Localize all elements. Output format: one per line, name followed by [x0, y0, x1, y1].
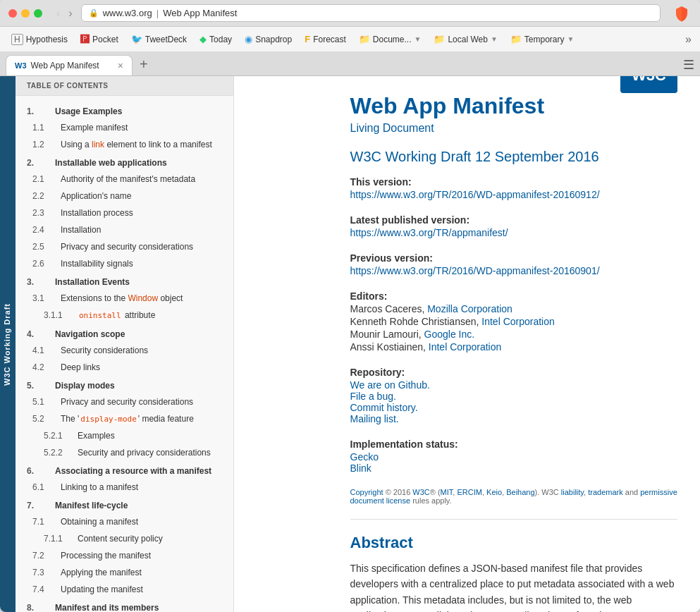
mit-link[interactable]: MIT — [441, 488, 453, 496]
keio-link[interactable]: Keio — [486, 488, 502, 496]
docume-chevron-icon[interactable]: ▼ — [415, 35, 422, 43]
toc-item-2-1[interactable]: 2.1 Authority of the manifest's metadata — [16, 171, 233, 188]
toc-num: 3.1.1 — [44, 309, 72, 322]
toc-label: Installation Events — [55, 276, 130, 288]
trademark-link[interactable]: trademark — [588, 488, 623, 496]
new-tab-button[interactable]: + — [135, 55, 152, 74]
toc-label: Deep links — [61, 361, 100, 374]
toc-item-4-2[interactable]: 4.2 Deep links — [16, 359, 233, 376]
toc-section-3[interactable]: 3. Installation Events — [16, 272, 233, 290]
bookmark-hypothesis-label: Hypothesis — [26, 35, 68, 44]
temporary-chevron-icon[interactable]: ▼ — [567, 35, 574, 43]
toc-item-5-2-1[interactable]: 5.2.1 Examples — [16, 427, 233, 444]
toc-item-2-3[interactable]: 2.3 Installation process — [16, 204, 233, 221]
toc-item-2-5[interactable]: 2.5 Privacy and security considerations — [16, 238, 233, 255]
toc-num: 7.3 — [32, 566, 55, 579]
beihang-link[interactable]: Beihang — [506, 488, 534, 496]
latest-version-link[interactable]: https://www.w3.org/TR/appmanifest/ — [350, 227, 678, 238]
toc-section-6[interactable]: 6. Associating a resource with a manifes… — [16, 461, 233, 479]
bookmark-docume[interactable]: 📁 Docume... ▼ — [353, 31, 427, 47]
toc-item-4-1[interactable]: 4.1 Security considerations — [16, 342, 233, 359]
toc-num: 8. — [27, 601, 49, 612]
toc-item-3-1[interactable]: 3.1 Extensions to the Window object — [16, 290, 233, 307]
toc-section-5[interactable]: 5. Display modes — [16, 376, 233, 393]
intel-link-2[interactable]: Intel Corporation — [429, 341, 502, 353]
editor-1: Marcos Caceres, Mozilla Corporation — [350, 303, 678, 314]
bookmark-pocket[interactable]: 🅿 Pocket — [75, 31, 124, 47]
back-button[interactable]: ‹ — [54, 6, 63, 21]
liability-link[interactable]: liability — [561, 488, 584, 496]
bookmark-forecast[interactable]: F Forecast — [299, 31, 352, 47]
editor-2: Kenneth Rohde Christiansen, Intel Corpor… — [350, 316, 678, 327]
toc-item-6-1[interactable]: 6.1 Linking to a manifest — [16, 479, 233, 496]
docume-icon: 📁 — [359, 34, 370, 44]
bookmark-tweetdeck[interactable]: 🐦 TweetDeck — [125, 31, 192, 47]
tab-close-button[interactable]: × — [118, 60, 123, 71]
mailing-list-link[interactable]: Mailing list. — [350, 413, 678, 424]
toc-item-3-1-1[interactable]: 3.1.1 oninstall attribute — [16, 307, 233, 324]
toc-section-1[interactable]: 1. Usage Examples — [16, 102, 233, 119]
toc-section-4[interactable]: 4. Navigation scope — [16, 324, 233, 342]
toc-item-1-1[interactable]: 1.1 Example manifest — [16, 119, 233, 136]
ercim-link[interactable]: ERCIM — [457, 488, 481, 496]
toc-item-2-4[interactable]: 2.4 Installation — [16, 221, 233, 238]
title-bar: ‹ › 🔒 www.w3.org | Web App Manifest — [0, 0, 700, 27]
localweb-chevron-icon[interactable]: ▼ — [491, 35, 498, 43]
toc-item-7-1[interactable]: 7.1 Obtaining a manifest — [16, 513, 233, 530]
table-of-contents: TABLE OF CONTENTS 1. Usage Examples 1.1 … — [16, 76, 234, 612]
bookmark-temporary[interactable]: 📁 Temporary ▼ — [505, 31, 580, 47]
browser-menu-button[interactable]: ☰ — [683, 57, 694, 73]
toc-section-7[interactable]: 7. Manifest life-cycle — [16, 496, 233, 513]
commit-history-link[interactable]: Commit history. — [350, 402, 678, 413]
browser-logo — [672, 4, 692, 23]
toc-item-7-2[interactable]: 7.2 Processing the manifest — [16, 547, 233, 564]
minimize-button[interactable] — [21, 9, 30, 18]
toc-item-7-3[interactable]: 7.3 Applying the manifest — [16, 564, 233, 581]
sidebar-container: W3C Working Draft TABLE OF CONTENTS 1. U… — [0, 76, 328, 612]
file-bug-link[interactable]: File a bug. — [350, 391, 678, 402]
toc-num: 4.1 — [32, 344, 55, 357]
previous-version-link[interactable]: https://www.w3.org/TR/2016/WD-appmanifes… — [350, 265, 678, 276]
toc-item-1-2[interactable]: 1.2 Using a link element to link to a ma… — [16, 136, 233, 153]
toc-item-7-1-1[interactable]: 7.1.1 Content security policy — [16, 530, 233, 547]
gecko-link[interactable]: Gecko — [350, 451, 678, 463]
this-version-link[interactable]: https://www.w3.org/TR/2016/WD-appmanifes… — [350, 189, 678, 200]
w3c-link[interactable]: W3C — [412, 488, 429, 496]
toc-label: Installation — [61, 224, 101, 236]
bookmark-hypothesis[interactable]: H Hypothesis — [6, 31, 73, 48]
toc-item-5-1[interactable]: 5.1 Privacy and security considerations — [16, 393, 233, 410]
bookmarks-overflow[interactable]: » — [682, 30, 694, 49]
bookmark-snapdrop[interactable]: ◉ Snapdrop — [239, 31, 297, 47]
bookmark-today[interactable]: ◆ Today — [194, 31, 238, 47]
intel-link-1[interactable]: Intel Corporation — [481, 316, 555, 327]
copyright-link[interactable]: Copyright — [350, 488, 383, 496]
mozilla-link[interactable]: Mozilla Corporation — [427, 303, 512, 314]
main-area: W3C Working Draft TABLE OF CONTENTS 1. U… — [0, 76, 700, 612]
repository-label: Repository: — [350, 367, 678, 378]
toc-item-5-2[interactable]: 5.2 The 'display-mode' media feature — [16, 410, 233, 428]
toc-item-2-2[interactable]: 2.2 Application's name — [16, 188, 233, 204]
github-link[interactable]: We are on Github. — [350, 379, 678, 391]
close-button[interactable] — [8, 9, 17, 18]
toc-num: 1.1 — [32, 121, 55, 134]
bookmark-docume-label: Docume... — [373, 35, 412, 44]
address-bar[interactable]: 🔒 www.w3.org | Web App Manifest — [81, 4, 661, 22]
bookmark-localweb[interactable]: 📁 Local Web ▼ — [428, 31, 503, 47]
toc-num: 1.2 — [32, 138, 55, 151]
tab-bar: W3 Web App Manifest × + ☰ — [0, 52, 700, 76]
pocket-icon: 🅿 — [80, 34, 90, 44]
toc-item-2-6[interactable]: 2.6 Installability signals — [16, 255, 233, 272]
toc-item-7-4[interactable]: 7.4 Updating the manifest — [16, 581, 233, 598]
latest-version-section: Latest published version: https://www.w3… — [350, 214, 678, 238]
toc-num: 2.3 — [32, 207, 55, 219]
toc-label: Installable web applications — [55, 157, 167, 169]
toc-section-8[interactable]: 8. Manifest and its members — [16, 598, 233, 612]
maximize-button[interactable] — [34, 9, 42, 18]
toc-section-2[interactable]: 2. Installable web applications — [16, 153, 233, 171]
active-tab[interactable]: W3 Web App Manifest × — [6, 55, 133, 75]
google-link[interactable]: Google Inc. — [424, 329, 475, 340]
this-version-section: This version: https://www.w3.org/TR/2016… — [350, 176, 678, 200]
toc-item-5-2-2[interactable]: 5.2.2 Security and privacy consideration… — [16, 444, 233, 461]
blink-link[interactable]: Blink — [350, 463, 678, 474]
forward-button[interactable]: › — [66, 6, 75, 21]
